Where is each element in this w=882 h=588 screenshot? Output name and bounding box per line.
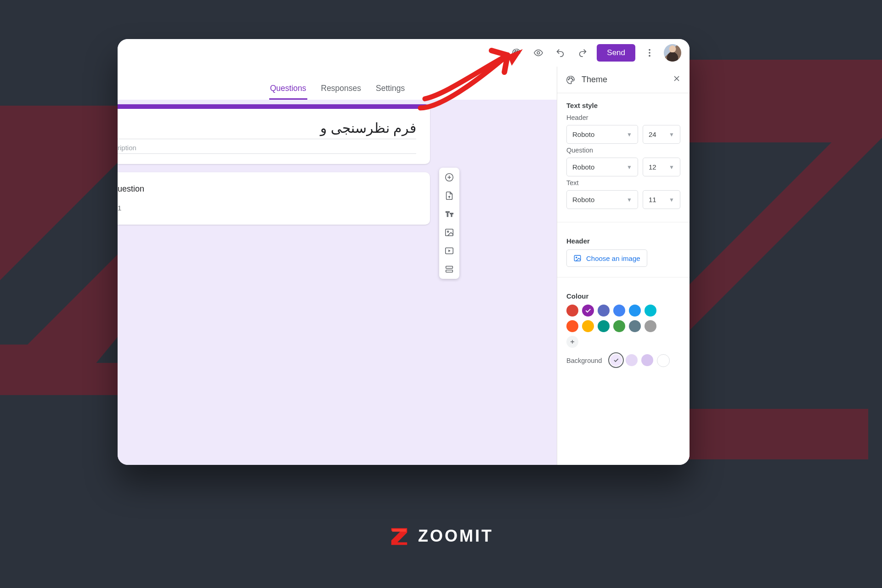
text-style-section: Text style Header Roboto▼ 24▼ Question R… — [557, 93, 690, 215]
colour-swatch[interactable] — [598, 305, 610, 317]
add-image-icon[interactable] — [443, 226, 455, 238]
colour-section: Colour Background — [557, 284, 690, 371]
tab-settings[interactable]: Settings — [375, 77, 406, 100]
redo-icon[interactable] — [575, 45, 590, 61]
svg-point-7 — [515, 51, 516, 51]
svg-point-21 — [569, 77, 570, 78]
background-swatches — [610, 354, 670, 367]
svg-point-25 — [576, 257, 577, 258]
header-image-section: Header Choose an image — [557, 229, 690, 271]
image-icon — [573, 254, 582, 262]
form-tabs: Questions Responses Settings — [118, 67, 557, 100]
colour-swatch[interactable] — [645, 320, 656, 332]
question-font-select[interactable]: Roboto▼ — [566, 158, 638, 176]
text-style-heading: Text style — [566, 102, 680, 109]
more-menu-icon[interactable] — [642, 45, 657, 61]
colour-swatch[interactable] — [582, 320, 594, 332]
add-colour-button[interactable] — [566, 336, 578, 348]
colour-swatch[interactable] — [598, 320, 610, 332]
question-toolbar — [439, 168, 459, 279]
svg-point-22 — [571, 78, 572, 79]
svg-point-10 — [537, 51, 540, 54]
colour-swatch[interactable] — [613, 320, 625, 332]
colour-swatch[interactable] — [613, 305, 625, 317]
colour-swatch[interactable] — [566, 305, 578, 317]
import-questions-icon[interactable] — [443, 190, 455, 202]
form-title-input[interactable]: فرم نظرسنجی و — [118, 118, 416, 139]
zoomit-text: ZOOMIT — [418, 526, 493, 546]
theme-panel-header: Theme — [557, 67, 690, 93]
question-text[interactable]: uestion — [118, 184, 418, 194]
add-question-icon[interactable] — [443, 171, 455, 183]
add-title-icon[interactable] — [443, 208, 455, 220]
account-avatar[interactable] — [664, 44, 681, 62]
svg-rect-15 — [446, 229, 453, 236]
header-size-select[interactable]: 24▼ — [643, 125, 680, 144]
colour-swatch[interactable] — [645, 305, 656, 317]
background-swatch[interactable] — [657, 354, 670, 367]
form-description-input[interactable]: ription — [118, 139, 416, 154]
background-swatch[interactable] — [626, 354, 638, 366]
svg-point-12 — [649, 52, 650, 54]
choose-image-button[interactable]: Choose an image — [566, 249, 647, 267]
app-window: Send Questions Responses Settings فرم نظ… — [118, 39, 690, 465]
close-theme-panel-icon[interactable] — [672, 74, 681, 85]
background-swatch[interactable] — [641, 354, 653, 366]
background-swatch[interactable] — [610, 354, 622, 366]
colour-swatches — [566, 305, 658, 348]
svg-point-16 — [447, 231, 449, 232]
svg-rect-24 — [574, 255, 581, 261]
colour-swatch[interactable] — [629, 320, 641, 332]
svg-marker-28 — [392, 529, 407, 532]
tab-responses[interactable]: Responses — [320, 77, 362, 100]
svg-point-6 — [514, 52, 515, 53]
undo-icon[interactable] — [553, 45, 568, 61]
svg-point-20 — [568, 79, 569, 80]
zoomit-watermark: ZOOMIT — [389, 526, 493, 547]
svg-point-8 — [517, 51, 518, 51]
svg-point-23 — [572, 79, 573, 80]
colour-swatch[interactable] — [566, 320, 578, 332]
send-button[interactable]: Send — [597, 44, 635, 62]
header-image-heading: Header — [566, 237, 680, 245]
text-font-select[interactable]: Roboto▼ — [566, 190, 638, 209]
question-card[interactable]: uestion 1 — [118, 172, 430, 225]
add-section-icon[interactable] — [443, 263, 455, 275]
form-canvas: فرم نظرسنجی و ription uestion 1 — [118, 100, 557, 465]
preview-icon[interactable] — [531, 45, 546, 61]
colour-heading: Colour — [566, 292, 680, 300]
background-label: Background — [566, 357, 602, 364]
colour-swatch[interactable] — [629, 305, 641, 317]
text-size-select[interactable]: 11▼ — [643, 190, 680, 209]
svg-point-11 — [649, 49, 650, 51]
text-font-label: Text — [566, 179, 680, 187]
colour-swatch[interactable] — [582, 305, 594, 317]
question-option-1[interactable]: 1 — [118, 204, 418, 212]
top-toolbar: Send — [118, 39, 690, 67]
svg-rect-18 — [446, 266, 453, 269]
customize-theme-icon[interactable] — [509, 45, 524, 61]
tab-questions[interactable]: Questions — [269, 77, 307, 100]
header-font-select[interactable]: Roboto▼ — [566, 125, 638, 144]
svg-point-9 — [518, 52, 519, 53]
zoomit-logo-icon — [389, 526, 410, 547]
header-font-label: Header — [566, 114, 680, 121]
theme-panel: Theme Text style Header Roboto▼ 24▼ Ques… — [557, 67, 690, 465]
svg-point-13 — [649, 55, 650, 57]
palette-icon — [565, 75, 576, 85]
form-title-card[interactable]: فرم نظرسنجی و ription — [118, 104, 430, 164]
question-font-label: Question — [566, 147, 680, 154]
svg-rect-19 — [446, 270, 453, 272]
add-video-icon[interactable] — [443, 245, 455, 257]
theme-panel-title: Theme — [582, 75, 607, 85]
question-size-select[interactable]: 12▼ — [643, 158, 680, 176]
